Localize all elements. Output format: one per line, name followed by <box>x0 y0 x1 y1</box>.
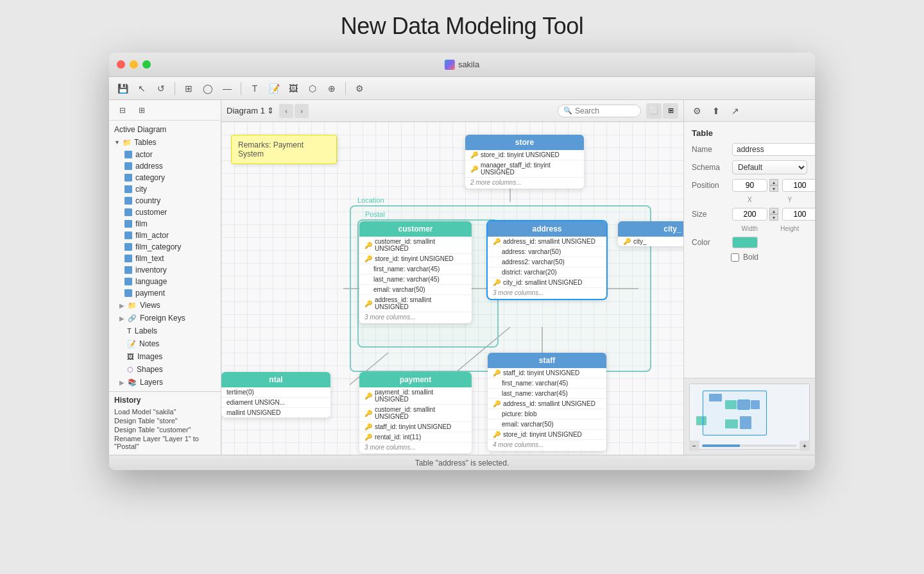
history-item-4[interactable]: Rename Layer "Layer 1" to "Postal" <box>114 434 216 451</box>
name-input[interactable] <box>732 143 815 156</box>
diagram-canvas[interactable]: Remarks: Payment System Location Postal … <box>221 122 683 455</box>
diagram-prev[interactable]: ‹ <box>279 104 293 118</box>
sidebar-item-language[interactable]: language <box>109 276 221 287</box>
table-customer-header: customer <box>359 221 472 237</box>
line-tool[interactable]: — <box>219 80 235 97</box>
minimize-button[interactable] <box>130 60 138 69</box>
labels-group[interactable]: T Labels <box>109 325 221 337</box>
panel-size-row: Size ▲ ▼ ▲ <box>692 208 807 221</box>
fk-icon-customer-store: 🔑 <box>364 255 372 262</box>
views-group[interactable]: ▶ 📁 Views <box>109 299 221 312</box>
schema-label: Schema <box>692 163 727 172</box>
zoom-out-btn[interactable]: − <box>689 441 699 451</box>
right-panel-content: Table Name Schema Default Position <box>684 122 815 378</box>
panel-export-btn[interactable]: ⬆ <box>708 103 724 119</box>
table-staff[interactable]: staff 🔑 staff_id: tinyint UNSIGNED first… <box>488 353 606 451</box>
close-button[interactable] <box>117 60 125 69</box>
undo-button[interactable]: ↺ <box>153 80 169 97</box>
table-customer-more: 3 more columns... <box>359 312 472 323</box>
table-customer[interactable]: customer 🔑 customer_id: smallint UNSIGNE… <box>359 221 472 323</box>
sidebar-item-customer[interactable]: customer <box>109 207 221 218</box>
shapes-group[interactable]: ⬡ Shapes <box>109 363 221 376</box>
sidebar-view-btn-1[interactable]: ⊟ <box>114 102 131 119</box>
right-panel: ⚙ ⬆ ↗ Table Name Schema Default Positio <box>683 100 815 455</box>
height-group: ▲ ▼ <box>782 208 815 221</box>
panel-settings-btn[interactable]: ⚙ <box>689 103 705 119</box>
fk-icon-payment-rental: 🔑 <box>364 434 372 441</box>
view-tool[interactable]: ◯ <box>200 80 216 97</box>
bold-checkbox[interactable] <box>731 253 739 262</box>
x-stepper[interactable]: ▲ ▼ <box>769 179 778 192</box>
settings-tool[interactable]: ⚙ <box>351 80 368 97</box>
search-input[interactable] <box>575 106 635 115</box>
schema-select[interactable]: Default <box>732 160 807 174</box>
height-input[interactable] <box>782 208 815 221</box>
table-store[interactable]: store 🔑 store_id: tinyint UNSIGNED 🔑 man… <box>465 135 584 189</box>
table-payment[interactable]: payment 🔑 payment_id: smallint UNSIGNED … <box>359 372 472 453</box>
tables-group[interactable]: ▼ 📁 Tables <box>109 136 221 149</box>
sidebar-view-btn-2[interactable]: ⊞ <box>133 102 150 119</box>
height-label: Height <box>773 225 808 232</box>
location-label: Location <box>357 196 384 204</box>
text-tool[interactable]: T <box>246 80 263 97</box>
width-stepper[interactable]: ▲ ▼ <box>769 208 778 221</box>
search-icon: 🔍 <box>563 106 572 115</box>
sidebar-toolbar: ⊟ ⊞ <box>109 100 221 121</box>
shape-tool[interactable]: ⬡ <box>304 80 321 97</box>
note-tool[interactable]: 📝 <box>266 80 282 97</box>
table-customer-row-5: email: varchar(50) <box>359 285 472 295</box>
note-box[interactable]: Remarks: Payment System <box>231 135 337 164</box>
y-input[interactable] <box>782 179 815 192</box>
width-up[interactable]: ▲ <box>769 208 778 214</box>
sidebar-item-payment[interactable]: payment <box>109 287 221 299</box>
main-toolbar: 💾 ↖ ↺ ⊞ ◯ — T 📝 🖼 ⬡ ⊕ ⚙ <box>109 77 815 100</box>
table-icon-address <box>124 162 132 170</box>
sidebar-item-country[interactable]: country <box>109 195 221 207</box>
width-down[interactable]: ▼ <box>769 214 778 221</box>
view-btn-2[interactable]: ⊞ <box>663 103 678 119</box>
table-rental[interactable]: ntal tertime(0) ediament UNSIGN... malli… <box>221 372 330 418</box>
zoom-in-btn[interactable]: + <box>800 441 810 451</box>
layers-group[interactable]: ▶ 📚 Layers <box>109 376 221 389</box>
image-tool[interactable]: 🖼 <box>285 80 302 97</box>
sidebar-item-city[interactable]: city <box>109 183 221 195</box>
table-icon-category <box>124 174 132 181</box>
diagram-next[interactable]: › <box>295 104 309 118</box>
table-address[interactable]: address 🔑 address_id: smallint UNSIGNED … <box>488 221 606 299</box>
save-button[interactable]: 💾 <box>114 80 131 97</box>
notes-group[interactable]: 📝 Notes <box>109 337 221 350</box>
sidebar-item-address[interactable]: address <box>109 160 221 172</box>
table-icon-customer <box>124 208 132 216</box>
x-down[interactable]: ▼ <box>769 185 778 192</box>
history-item-1[interactable]: Load Model "sakila" <box>114 407 216 416</box>
maximize-button[interactable] <box>142 60 151 69</box>
layer-tool[interactable]: ⊕ <box>323 80 340 97</box>
table-address-row-5: 🔑 city_id: smallint UNSIGNED <box>488 278 606 288</box>
sidebar-item-film-actor[interactable]: film_actor <box>109 230 221 241</box>
active-diagram-header[interactable]: Active Diagram <box>109 123 221 136</box>
table-city-partial[interactable]: city_ 🔑 city_ <box>618 221 683 246</box>
x-input[interactable] <box>732 179 767 192</box>
sidebar-item-category[interactable]: category <box>109 172 221 183</box>
foreign-keys-group[interactable]: ▶ 🔗 Foreign Keys <box>109 312 221 325</box>
view-btn-1[interactable]: ⬜ <box>646 103 662 119</box>
sidebar-item-film[interactable]: film <box>109 218 221 230</box>
sidebar-item-inventory[interactable]: inventory <box>109 264 221 276</box>
width-input[interactable] <box>732 208 767 221</box>
x-up[interactable]: ▲ <box>769 179 778 185</box>
key-icon-customer: 🔑 <box>364 242 372 249</box>
color-swatch[interactable] <box>732 237 758 248</box>
panel-share-btn[interactable]: ↗ <box>728 103 743 119</box>
history-item-2[interactable]: Design Table "store" <box>114 416 216 425</box>
history-item-3[interactable]: Design Table "customer" <box>114 425 216 434</box>
table-tool[interactable]: ⊞ <box>180 80 197 97</box>
sidebar-item-actor[interactable]: actor <box>109 149 221 160</box>
sidebar-item-film-text[interactable]: film_text <box>109 253 221 264</box>
select-tool[interactable]: ↖ <box>133 80 150 97</box>
sidebar-item-film-category[interactable]: film_category <box>109 241 221 253</box>
table-city-row-1: 🔑 city_ <box>618 237 683 246</box>
name-label: Name <box>692 145 727 154</box>
zoom-slider[interactable] <box>702 444 797 447</box>
images-group[interactable]: 🖼 Images <box>109 350 221 363</box>
main-layout: ⊟ ⊞ Active Diagram ▼ 📁 Tables actor <box>109 100 815 455</box>
